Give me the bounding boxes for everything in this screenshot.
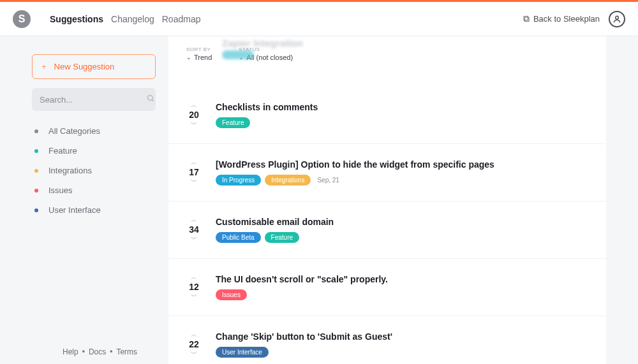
back-link-label: Back to Sleekplan xyxy=(533,14,600,24)
vote-column: ︿ 12 ﹀ xyxy=(186,274,202,300)
suggestion-item[interactable]: ︿ 22 ﹀ Change 'Skip' button to 'Submit a… xyxy=(168,316,606,364)
suggestion-item[interactable]: ︿ 34 ﹀ Customisable email domain Public … xyxy=(168,201,606,258)
tag-row: Public BetaFeature xyxy=(216,232,588,243)
sidebar: + New Suggestion All Categories Feature … xyxy=(0,36,168,364)
nav-tabs: Suggestions Changelog Roadmap xyxy=(50,14,523,24)
logo[interactable]: S xyxy=(13,10,31,28)
sort-by-value: ⌄ Trend xyxy=(186,54,212,61)
category-dot-icon xyxy=(34,149,38,153)
vote-count: 34 xyxy=(189,224,199,235)
main-panel: Zapier Integration SORT BY ⌄ Trend STATU… xyxy=(168,36,606,364)
tag[interactable]: User Interface xyxy=(216,347,269,358)
vote-column: ︿ 20 ﹀ xyxy=(186,102,202,128)
item-body: Customisable email domain Public BetaFea… xyxy=(216,217,588,243)
tag[interactable]: In Progress xyxy=(216,175,261,186)
suggestion-list: ︿ 20 ﹀ Checklists in comments Feature ︿ … xyxy=(168,87,606,364)
category-list: All Categories Feature Integrations Issu… xyxy=(32,121,156,220)
search-box[interactable] xyxy=(32,88,156,111)
content: + New Suggestion All Categories Feature … xyxy=(0,36,638,364)
vote-column: ︿ 34 ﹀ xyxy=(186,217,202,243)
header: S Suggestions Changelog Roadmap ⧉ Back t… xyxy=(0,2,638,36)
chevron-down-icon: ⌄ xyxy=(186,54,191,61)
item-title[interactable]: [WordPress Plugin] Option to hide the wi… xyxy=(216,159,588,170)
new-suggestion-label: New Suggestion xyxy=(54,62,115,71)
category-label: Feature xyxy=(48,146,77,156)
svg-point-0 xyxy=(616,16,619,19)
category-label: All Categories xyxy=(48,126,100,136)
svg-point-1 xyxy=(148,96,153,101)
tag[interactable]: Feature xyxy=(216,117,250,128)
search-input[interactable] xyxy=(40,95,147,105)
item-body: Change 'Skip' button to 'Submit as Guest… xyxy=(216,331,588,358)
category-dot-icon xyxy=(34,129,38,133)
item-title[interactable]: Checklists in comments xyxy=(216,102,588,112)
item-body: The UI doesn't scroll or "scale" properl… xyxy=(216,274,588,300)
sort-by-label: SORT BY xyxy=(186,47,212,52)
new-suggestion-button[interactable]: + New Suggestion xyxy=(32,54,156,79)
vote-count: 12 xyxy=(189,282,199,292)
upvote-icon[interactable]: ︿ xyxy=(191,102,197,108)
sidebar-item-issues[interactable]: Issues xyxy=(32,180,156,200)
footer-terms-link[interactable]: Terms xyxy=(116,347,137,356)
back-to-sleekplan-link[interactable]: ⧉ Back to Sleekplan xyxy=(523,13,600,24)
tab-suggestions[interactable]: Suggestions xyxy=(50,14,103,24)
tag-row: In ProgressIntegrationsSep, 21 xyxy=(216,175,588,186)
vote-count: 20 xyxy=(189,110,199,120)
status-filter-group[interactable]: STATUS ⌄ All (not closed) xyxy=(239,47,293,61)
tab-changelog[interactable]: Changelog xyxy=(111,14,154,24)
tag-row: User Interface xyxy=(216,347,588,358)
downvote-icon[interactable]: ﹀ xyxy=(191,178,197,185)
upvote-icon[interactable]: ︿ xyxy=(191,274,197,280)
sidebar-item-user-interface[interactable]: User Interface xyxy=(32,200,156,220)
search-icon xyxy=(147,94,155,105)
vote-count: 22 xyxy=(189,339,199,349)
suggestion-item[interactable]: ︿ 20 ﹀ Checklists in comments Feature xyxy=(168,87,606,143)
vote-column: ︿ 22 ﹀ xyxy=(186,331,202,358)
item-title[interactable]: Customisable email domain xyxy=(216,217,588,227)
item-date: Sep, 21 xyxy=(317,177,339,184)
footer-help-link[interactable]: Help xyxy=(63,347,78,356)
category-dot-icon xyxy=(34,208,38,212)
tag-row: Issues xyxy=(216,289,588,300)
sidebar-item-all-categories[interactable]: All Categories xyxy=(32,121,156,141)
svg-line-2 xyxy=(152,99,154,101)
chevron-down-icon: ⌄ xyxy=(239,54,244,61)
downvote-icon[interactable]: ﹀ xyxy=(191,293,197,300)
item-body: Checklists in comments Feature xyxy=(216,102,588,128)
category-label: User Interface xyxy=(48,205,101,215)
item-title[interactable]: The UI doesn't scroll or "scale" properl… xyxy=(216,274,588,284)
footer-docs-link[interactable]: Docs xyxy=(89,347,106,356)
sort-by-group[interactable]: SORT BY ⌄ Trend xyxy=(186,47,212,61)
tag-row: Feature xyxy=(216,117,588,128)
category-label: Issues xyxy=(48,186,73,195)
downvote-icon[interactable]: ﹀ xyxy=(191,236,197,242)
downvote-icon[interactable]: ﹀ xyxy=(191,121,197,127)
status-value: ⌄ All (not closed) xyxy=(239,54,293,61)
item-title[interactable]: Change 'Skip' button to 'Submit as Guest… xyxy=(216,331,588,342)
upvote-icon[interactable]: ︿ xyxy=(191,159,197,166)
status-label: STATUS xyxy=(239,47,293,52)
footer-links: Help • Docs • Terms xyxy=(32,347,156,356)
plus-icon: + xyxy=(41,62,47,71)
sort-bar: Zapier Integration SORT BY ⌄ Trend STATU… xyxy=(168,36,606,68)
sidebar-item-integrations[interactable]: Integrations xyxy=(32,161,156,180)
tab-roadmap[interactable]: Roadmap xyxy=(162,14,201,24)
tag[interactable]: Public Beta xyxy=(216,232,261,243)
avatar[interactable] xyxy=(609,11,625,27)
tag[interactable]: Issues xyxy=(216,289,247,300)
link-icon: ⧉ xyxy=(523,13,530,24)
category-dot-icon xyxy=(34,189,38,193)
sidebar-item-feature[interactable]: Feature xyxy=(32,141,156,161)
tag[interactable]: Integrations xyxy=(265,175,311,186)
upvote-icon[interactable]: ︿ xyxy=(191,217,197,223)
upvote-icon[interactable]: ︿ xyxy=(191,331,197,338)
suggestion-item[interactable]: ︿ 17 ﹀ [WordPress Plugin] Option to hide… xyxy=(168,143,606,201)
category-label: Integrations xyxy=(48,166,92,175)
category-dot-icon xyxy=(34,169,38,173)
tag[interactable]: Feature xyxy=(265,232,299,243)
downvote-icon[interactable]: ﹀ xyxy=(191,351,197,357)
suggestion-item[interactable]: ︿ 12 ﹀ The UI doesn't scroll or "scale" … xyxy=(168,258,606,316)
item-body: [WordPress Plugin] Option to hide the wi… xyxy=(216,159,588,186)
vote-column: ︿ 17 ﹀ xyxy=(186,159,202,186)
user-icon xyxy=(612,15,621,24)
